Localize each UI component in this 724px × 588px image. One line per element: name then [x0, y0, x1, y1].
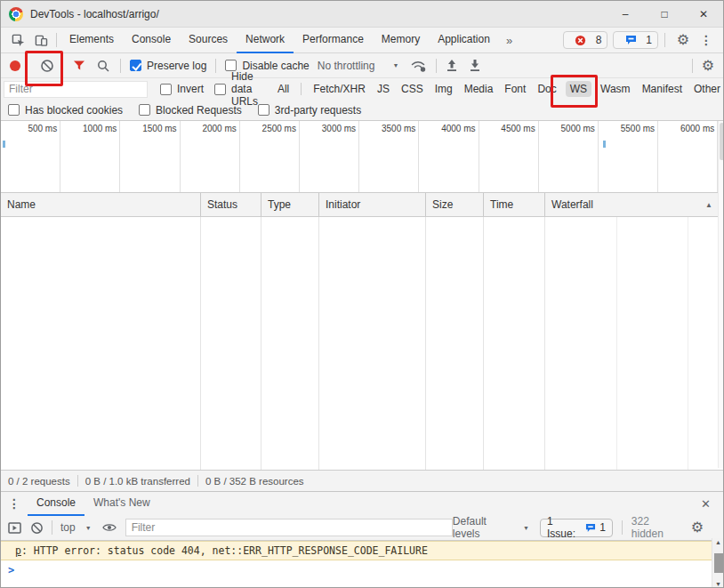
- timeline-tick: 5500 ms: [599, 121, 658, 192]
- console-toolbar: top ▼ Default levels ▼ 1 Issue: 1 322 hi…: [1, 515, 723, 541]
- devtools-tab-bar: Elements Console Sources Network Perform…: [1, 28, 723, 53]
- timeline-tick: 3500 ms: [359, 121, 419, 192]
- tab-performance[interactable]: Performance: [294, 28, 373, 53]
- console-prompt-row[interactable]: >: [1, 560, 723, 588]
- inspect-element-icon[interactable]: [6, 28, 29, 52]
- column-header-type[interactable]: Type: [261, 193, 319, 216]
- network-status-bar: 0 / 2 requests 0 B / 1.0 kB transferred …: [1, 471, 723, 491]
- type-filter-css[interactable]: CSS: [401, 83, 423, 95]
- tab-sources[interactable]: Sources: [180, 28, 237, 53]
- console-sidebar-toggle-icon[interactable]: [8, 522, 21, 534]
- hidden-messages-count: 322 hidden: [631, 515, 682, 540]
- has-blocked-cookies-checkbox[interactable]: [8, 104, 20, 116]
- column-header-name[interactable]: Name: [1, 193, 201, 216]
- tab-network[interactable]: Network: [237, 28, 294, 53]
- context-selector-dropdown[interactable]: top ▼: [60, 521, 92, 534]
- column-header-status[interactable]: Status: [201, 193, 261, 216]
- console-filter-input[interactable]: [125, 519, 453, 536]
- import-har-icon[interactable]: [446, 59, 457, 72]
- type-filter-media[interactable]: Media: [464, 83, 494, 95]
- chrome-logo-icon: [9, 7, 23, 21]
- clear-console-icon[interactable]: [30, 521, 44, 535]
- tab-console[interactable]: Console: [123, 28, 180, 53]
- throttling-value: No throttling: [318, 60, 375, 72]
- column-header-waterfall[interactable]: Waterfall ▲: [545, 193, 723, 216]
- scroll-up-icon[interactable]: ▲: [715, 539, 721, 545]
- disable-cache-checkbox[interactable]: [225, 60, 237, 71]
- drawer-tab-whats-new[interactable]: What's New: [84, 492, 159, 516]
- type-filter-img[interactable]: Img: [435, 83, 453, 95]
- column-header-initiator[interactable]: Initiator: [319, 193, 426, 216]
- console-settings-gear-icon[interactable]: ⚙: [691, 520, 704, 535]
- log-levels-value: Default levels: [453, 515, 513, 540]
- drawer-menu-dots-icon[interactable]: ⋮: [6, 496, 28, 511]
- throttling-dropdown[interactable]: No throttling ▼: [318, 60, 399, 72]
- timeline-tick: 3000 ms: [300, 121, 359, 192]
- invert-label: Invert: [177, 83, 204, 95]
- invert-checkbox[interactable]: [160, 84, 172, 95]
- device-toolbar-icon[interactable]: [29, 28, 52, 52]
- hide-data-urls-checkbox[interactable]: [214, 84, 226, 95]
- request-type-filter-list: All Fetch/XHR JS CSS Img Media Font Doc …: [278, 81, 720, 97]
- export-har-icon[interactable]: [470, 59, 480, 72]
- issue-bubble-icon: [619, 28, 642, 52]
- issues-button[interactable]: 1 Issue: 1: [540, 519, 613, 537]
- third-party-requests-checkbox[interactable]: [258, 104, 269, 116]
- network-options-bar: Has blocked cookies Blocked Requests 3rd…: [1, 100, 723, 121]
- blocked-requests-label: Blocked Requests: [156, 104, 242, 117]
- scroll-down-icon[interactable]: ▼: [715, 581, 721, 587]
- column-header-size[interactable]: Size: [426, 193, 484, 216]
- tab-application[interactable]: Application: [429, 28, 499, 53]
- record-network-log-icon[interactable]: [10, 60, 20, 71]
- blocked-requests-checkbox[interactable]: [139, 104, 150, 116]
- title-bar: DevTools - localhost/arrigo/ – □ ✕: [1, 1, 723, 28]
- requests-table-body[interactable]: [1, 217, 723, 471]
- issues-button-label: 1 Issue:: [547, 515, 582, 540]
- tab-memory[interactable]: Memory: [373, 28, 429, 53]
- tab-elements[interactable]: Elements: [60, 28, 123, 53]
- network-settings-gear-icon[interactable]: ⚙: [702, 59, 714, 73]
- timeline-tick: 5000 ms: [539, 121, 599, 192]
- column-header-time[interactable]: Time: [484, 193, 545, 216]
- type-filter-fetch-xhr[interactable]: Fetch/XHR: [313, 83, 366, 95]
- log-levels-dropdown[interactable]: Default levels ▼: [453, 515, 529, 540]
- close-button[interactable]: ✕: [684, 1, 723, 27]
- type-filter-wasm[interactable]: Wasm: [600, 83, 631, 95]
- close-drawer-icon[interactable]: ✕: [694, 497, 718, 511]
- scrollbar-thumb[interactable]: [714, 553, 723, 573]
- network-overview-timeline[interactable]: 500 ms 1000 ms 1500 ms 2000 ms 2500 ms 3…: [1, 121, 723, 193]
- network-panel-scrollbar[interactable]: [718, 121, 724, 468]
- type-filter-js[interactable]: JS: [377, 83, 390, 95]
- console-scrollbar[interactable]: ▲ ▼: [712, 538, 724, 588]
- issue-count-badge[interactable]: 1: [613, 31, 658, 49]
- type-filter-other[interactable]: Other: [694, 83, 720, 95]
- search-icon[interactable]: [97, 60, 109, 72]
- error-count-badge[interactable]: 8: [563, 31, 608, 49]
- chevron-down-icon: ▼: [392, 62, 398, 68]
- console-warning-message: p: HTTP error: status code 404, net::ERR…: [1, 541, 723, 560]
- minimize-button[interactable]: –: [606, 1, 645, 27]
- settings-gear-icon[interactable]: ⚙: [672, 28, 695, 52]
- type-filter-font[interactable]: Font: [504, 83, 526, 95]
- main-menu-dots-icon[interactable]: ⋮: [695, 33, 718, 47]
- request-marker: [3, 141, 5, 148]
- filter-funnel-icon[interactable]: [73, 60, 85, 72]
- warning-message-text: : HTTP error: status code 404, net::ERR_…: [21, 544, 428, 557]
- maximize-button[interactable]: □: [645, 1, 684, 27]
- timeline-tick: 500 ms: [1, 121, 60, 192]
- more-tabs-chevron[interactable]: »: [499, 34, 519, 47]
- network-conditions-icon[interactable]: [410, 59, 427, 72]
- live-expression-eye-icon[interactable]: [102, 522, 117, 533]
- has-blocked-cookies-label: Has blocked cookies: [25, 104, 123, 117]
- preserve-log-checkbox[interactable]: [130, 60, 141, 71]
- type-filter-all[interactable]: All: [278, 83, 289, 95]
- drawer-tab-bar: ⋮ Console What's New ✕: [1, 491, 723, 515]
- timeline-tick: 1500 ms: [120, 121, 180, 192]
- drawer-tab-console[interactable]: Console: [28, 492, 84, 516]
- hide-data-urls-label: Hide data URLs: [231, 70, 269, 108]
- timeline-tick: 2000 ms: [181, 121, 240, 192]
- scrollbar-thumb[interactable]: [720, 123, 724, 160]
- warning-source-link[interactable]: p: [15, 544, 21, 557]
- issue-count: 1: [646, 34, 652, 46]
- type-filter-manifest[interactable]: Manifest: [642, 83, 682, 95]
